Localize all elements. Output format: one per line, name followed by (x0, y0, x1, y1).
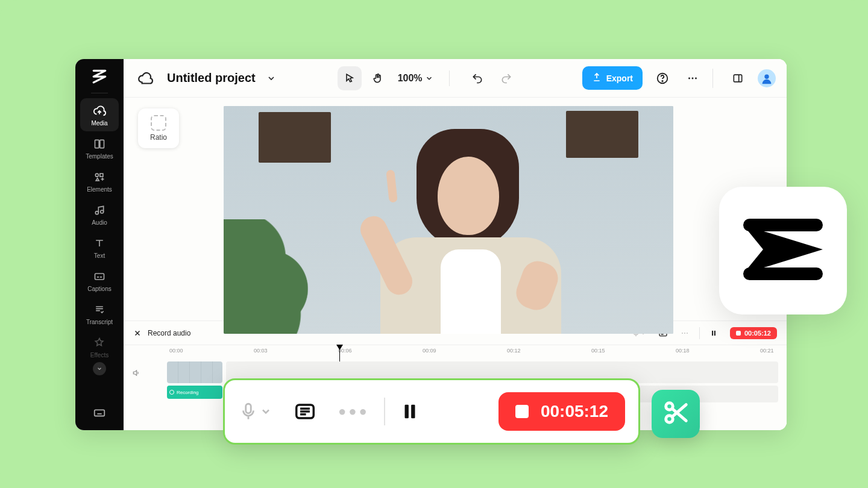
cloud-upload-icon (93, 104, 106, 117)
undo-button[interactable] (465, 66, 489, 90)
effects-icon (93, 336, 106, 349)
record-more-button-large[interactable]: ●●● (338, 404, 370, 419)
main-column: Untitled project 100% (124, 59, 787, 430)
timeline-audio-clip[interactable]: Recording (167, 386, 222, 399)
project-menu-chevron-icon[interactable] (263, 74, 280, 83)
sidebar-item-media[interactable]: Media (80, 98, 119, 131)
svg-point-9 (662, 80, 662, 81)
header-divider-b (712, 69, 713, 88)
audio-clip-label: Recording (177, 390, 198, 395)
user-avatar[interactable] (758, 69, 776, 87)
svg-point-19 (687, 333, 688, 334)
cloud-sync-button[interactable] (134, 67, 156, 89)
timeline-ruler[interactable]: 00:00 00:03 00:06 00:09 00:12 00:15 00:1… (124, 345, 787, 359)
app-window: Media Templates Elements Audio Text Capt… (75, 59, 787, 430)
timeline-tick: 00:00 (169, 348, 183, 354)
cursor-tool-group: 100% (338, 66, 433, 90)
preview-frame-right (566, 111, 638, 158)
svg-rect-6 (95, 274, 104, 280)
sidebar-item-label: Elements (87, 186, 112, 193)
sidebar-item-label: Audio (92, 219, 107, 226)
stop-recording-button[interactable]: 00:05:12 (498, 392, 625, 431)
panel-layout-button[interactable] (728, 68, 748, 89)
sidebar-item-effects[interactable]: Effects (80, 330, 119, 363)
transcript-icon (93, 303, 106, 316)
mic-input-dropdown-large[interactable] (238, 401, 272, 422)
sidebar-item-label: Media (91, 120, 107, 127)
track-speaker-icon[interactable] (132, 369, 140, 380)
sidebar-item-elements[interactable]: Elements (80, 164, 119, 198)
timeline-tick: 00:18 (676, 348, 690, 354)
sidebar-item-label: Transcript (86, 319, 113, 325)
pause-recording-button[interactable] (400, 401, 420, 422)
select-tool-button[interactable] (338, 66, 362, 90)
record-more-button[interactable] (680, 328, 690, 338)
pause-recording-button-small[interactable] (709, 329, 718, 337)
sidebar-item-templates[interactable]: Templates (80, 131, 119, 164)
export-button-label: Export (606, 74, 633, 83)
svg-rect-20 (712, 330, 713, 335)
export-button[interactable]: Export (582, 66, 643, 90)
svg-rect-3 (100, 174, 103, 177)
svg-point-12 (695, 77, 697, 79)
app-logo-icon (90, 66, 109, 86)
svg-rect-25 (411, 405, 415, 419)
close-record-panel-button[interactable] (133, 329, 142, 337)
sidebar-more-button[interactable] (93, 362, 106, 375)
text-icon (93, 237, 106, 250)
stop-recording-chip-small[interactable]: 00:05:12 (730, 327, 777, 339)
recording-time-small: 00:05:12 (744, 330, 771, 337)
video-preview[interactable] (224, 106, 673, 334)
svg-point-17 (682, 333, 683, 334)
svg-marker-30 (743, 225, 823, 274)
header-bar: Untitled project 100% (124, 59, 787, 98)
sidebar-item-label: Templates (86, 153, 113, 160)
svg-point-18 (684, 333, 685, 334)
audio-icon (93, 204, 106, 217)
svg-rect-21 (714, 330, 715, 335)
preview-person (344, 123, 573, 334)
scissors-icon (662, 399, 690, 429)
timeline-video-clip[interactable] (167, 361, 222, 383)
recording-time-large: 00:05:12 (541, 402, 608, 421)
ratio-icon (151, 115, 166, 131)
timeline-tick: 00:03 (254, 348, 268, 354)
canvas-area: Ratio (124, 98, 787, 321)
help-button[interactable] (652, 68, 673, 89)
sidebar-item-label: Text (94, 252, 105, 259)
svg-rect-22 (246, 404, 251, 413)
timeline-tick: 00:09 (423, 348, 436, 354)
capcut-logo-icon (738, 213, 828, 288)
controls-divider (699, 327, 700, 339)
elements-icon (93, 170, 106, 184)
sidebar-item-audio[interactable]: Audio (80, 198, 119, 231)
mic-icon (169, 390, 174, 395)
keyboard-shortcuts-button[interactable] (93, 406, 106, 422)
ratio-button[interactable]: Ratio (138, 108, 179, 148)
teleprompter-toggle-large[interactable] (294, 400, 316, 423)
zoom-level-label: 100% (398, 73, 423, 84)
templates-icon (93, 137, 106, 151)
svg-rect-1 (100, 140, 104, 148)
record-audio-floating-bar: ●●● 00:05:12 (223, 378, 640, 445)
hand-tool-button[interactable] (365, 66, 389, 90)
bigbar-divider (384, 398, 385, 425)
sidebar-item-captions[interactable]: Captions (80, 264, 119, 297)
svg-rect-13 (734, 75, 741, 82)
redo-button[interactable] (494, 66, 518, 90)
svg-point-14 (764, 74, 769, 78)
svg-point-10 (688, 77, 690, 79)
capcut-logo-card (719, 187, 847, 314)
sidebar-divider (91, 93, 108, 93)
timeline-tick: 00:21 (760, 348, 774, 354)
sidebar-item-text[interactable]: Text (80, 231, 119, 264)
zoom-level-dropdown[interactable]: 100% (398, 73, 433, 84)
sidebar-item-label: Captions (87, 286, 111, 292)
project-title[interactable]: Untitled project (161, 71, 258, 85)
svg-point-11 (692, 77, 694, 79)
timeline-tick: 00:15 (591, 348, 605, 354)
more-menu-button[interactable] (682, 68, 703, 89)
sidebar-item-label: Effects (90, 352, 108, 358)
export-upload-icon (592, 72, 602, 84)
sidebar-item-transcript[interactable]: Transcript (80, 297, 119, 330)
